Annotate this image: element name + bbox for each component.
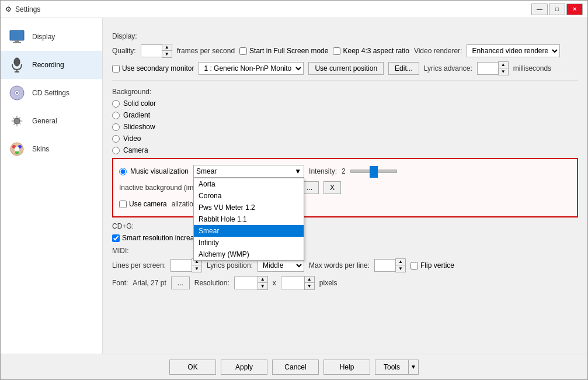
sidebar-item-general[interactable]: General bbox=[1, 107, 102, 135]
vis-option-smear[interactable]: Smear bbox=[194, 225, 304, 237]
intensity-row: Intensity: 2 bbox=[309, 167, 397, 175]
cd6g-header: CD+G: bbox=[112, 222, 578, 230]
title-bar-left: ⚙ Settings bbox=[5, 5, 40, 13]
res-height-down[interactable]: ▼ bbox=[305, 283, 314, 289]
solid-color-label: Solid color bbox=[123, 99, 156, 108]
font-button[interactable]: ... bbox=[171, 277, 190, 289]
display-section-title: Display: bbox=[112, 32, 578, 40]
res-width-input[interactable]: 640 bbox=[234, 277, 258, 289]
window-title: Settings bbox=[15, 5, 40, 13]
camera-radio-label[interactable]: Camera bbox=[112, 146, 578, 154]
solid-color-radio[interactable] bbox=[112, 100, 120, 108]
title-bar: ⚙ Settings — □ ✕ bbox=[1, 1, 587, 18]
quality-up-button[interactable]: ▲ bbox=[162, 44, 172, 51]
use-camera-checkbox[interactable] bbox=[119, 201, 127, 208]
help-button[interactable]: Help bbox=[323, 360, 370, 375]
secondary-monitor-checkbox[interactable] bbox=[112, 65, 120, 72]
max-words-down[interactable]: ▼ bbox=[396, 265, 405, 272]
res-width-up[interactable]: ▲ bbox=[258, 277, 267, 283]
gradient-radio-label[interactable]: Gradient bbox=[112, 111, 578, 119]
solid-color-radio-label[interactable]: Solid color bbox=[112, 99, 578, 108]
lyrics-advance-up[interactable]: ▲ bbox=[499, 62, 508, 68]
sidebar-item-display[interactable]: Display bbox=[1, 23, 102, 51]
lines-input[interactable]: 0 bbox=[171, 259, 192, 272]
monitor-select[interactable]: 1 : Generic Non-PnP Monitor bbox=[199, 62, 304, 75]
slideshow-radio[interactable] bbox=[112, 123, 120, 131]
renderer-select[interactable]: Enhanced video renderer DirectShow rende… bbox=[467, 44, 560, 57]
quality-input[interactable]: 25 bbox=[141, 44, 162, 57]
cd-icon bbox=[8, 84, 26, 102]
lines-down[interactable]: ▼ bbox=[192, 265, 201, 272]
sidebar-item-recording[interactable]: Recording bbox=[1, 51, 102, 79]
close-button[interactable]: ✕ bbox=[566, 4, 583, 15]
max-words-label: Max words per line: bbox=[309, 261, 370, 270]
mic-icon bbox=[8, 56, 26, 74]
edit-button[interactable]: Edit... bbox=[388, 62, 419, 75]
res-width-down[interactable]: ▼ bbox=[258, 283, 267, 289]
flip-checkbox-label[interactable]: Flip vertice bbox=[410, 261, 454, 270]
lyrics-pos-select[interactable]: Left Middle Right bbox=[258, 259, 304, 272]
sidebar-label-display: Display bbox=[32, 33, 55, 41]
minimize-button[interactable]: — bbox=[531, 4, 548, 15]
inactive-bg-x-button[interactable]: X bbox=[323, 181, 341, 194]
smart-res-label: Smart resolution increase bbox=[122, 234, 201, 242]
use-current-button[interactable]: Use current position bbox=[308, 62, 384, 75]
lyrics-advance-input[interactable]: 0 bbox=[477, 62, 498, 75]
secondary-monitor-checkbox-label[interactable]: Use secondary monitor bbox=[112, 64, 194, 72]
maximize-button[interactable]: □ bbox=[549, 4, 565, 15]
vis-option-rabbit[interactable]: Rabbit Hole 1.1 bbox=[194, 213, 304, 225]
title-bar-controls: — □ ✕ bbox=[531, 4, 583, 15]
quality-down-button[interactable]: ▼ bbox=[162, 51, 172, 57]
aspect-checkbox-label[interactable]: Keep 4:3 aspect ratio bbox=[333, 47, 409, 55]
fullscreen-checkbox[interactable] bbox=[239, 47, 247, 55]
lyrics-advance-label: Lyrics advance: bbox=[424, 64, 472, 72]
vis-option-pws[interactable]: Pws VU Meter 1.2 bbox=[194, 202, 304, 213]
sidebar-label-cd: CD Settings bbox=[32, 89, 69, 97]
ok-button[interactable]: OK bbox=[169, 360, 216, 375]
vis-dropdown-button[interactable]: Smear ▼ bbox=[193, 165, 304, 178]
max-words-input[interactable]: 20 bbox=[374, 259, 395, 272]
cancel-button[interactable]: Cancel bbox=[272, 360, 319, 375]
intensity-slider-thumb[interactable] bbox=[370, 166, 378, 178]
music-vis-radio[interactable] bbox=[119, 168, 127, 175]
video-radio-label[interactable]: Video bbox=[112, 134, 578, 143]
midi-row1: Lines per screen: 0 ▲ ▼ Lyrics position:… bbox=[112, 258, 578, 272]
svg-rect-0 bbox=[10, 30, 24, 40]
inactive-bg-row: Inactive background (ima ... X bbox=[119, 181, 571, 194]
use-camera-checkbox-label[interactable]: Use camera bbox=[119, 200, 167, 208]
vis-option-corona[interactable]: Corona bbox=[194, 190, 304, 202]
vis-option-infinity[interactable]: Infinity bbox=[194, 237, 304, 248]
sidebar-label-general: General bbox=[32, 117, 57, 125]
video-radio[interactable] bbox=[112, 135, 120, 143]
tools-arrow-button[interactable]: ▼ bbox=[408, 360, 419, 375]
gear-icon bbox=[8, 112, 26, 130]
sidebar-item-skins[interactable]: Skins bbox=[1, 135, 102, 163]
slideshow-radio-label[interactable]: Slideshow bbox=[112, 123, 578, 131]
lyrics-advance-down[interactable]: ▼ bbox=[499, 68, 508, 75]
flip-checkbox[interactable] bbox=[410, 262, 418, 270]
fullscreen-checkbox-label[interactable]: Start in Full Screen mode bbox=[239, 47, 328, 55]
max-words-up[interactable]: ▲ bbox=[396, 259, 405, 265]
sidebar-item-cd-settings[interactable]: CD Settings bbox=[1, 79, 102, 107]
monitor-row: Use secondary monitor 1 : Generic Non-Pn… bbox=[112, 61, 578, 75]
vis-dropdown-list: Aorta Corona Pws VU Meter 1.2 Rabbit Hol… bbox=[193, 178, 304, 261]
max-words-spinbox: 20 ▲ ▼ bbox=[374, 258, 406, 272]
gradient-radio[interactable] bbox=[112, 112, 120, 119]
pixels-label: pixels bbox=[319, 279, 338, 287]
vis-option-alchemy[interactable]: Alchemy (WMP) bbox=[194, 248, 304, 260]
tools-button[interactable]: Tools bbox=[375, 360, 408, 375]
apply-button[interactable]: Apply bbox=[221, 360, 267, 375]
aspect-checkbox[interactable] bbox=[333, 47, 340, 55]
vis-option-aorta[interactable]: Aorta bbox=[194, 178, 304, 190]
svg-rect-1 bbox=[15, 40, 19, 42]
res-height-up[interactable]: ▲ bbox=[305, 277, 314, 283]
music-vis-radio-label[interactable]: Music visualization bbox=[119, 167, 189, 175]
slideshow-label: Slideshow bbox=[123, 123, 155, 131]
footer-bar: OK Apply Cancel Help Tools ▼ bbox=[1, 354, 587, 379]
monitor-icon bbox=[8, 27, 26, 46]
smart-res-checkbox-label[interactable]: Smart resolution increase bbox=[112, 234, 201, 242]
smart-res-checkbox[interactable] bbox=[112, 234, 120, 242]
res-height-input[interactable]: 480 bbox=[281, 277, 304, 289]
inactive-bg-label: Inactive background (ima bbox=[119, 184, 197, 192]
camera-radio[interactable] bbox=[112, 147, 120, 154]
